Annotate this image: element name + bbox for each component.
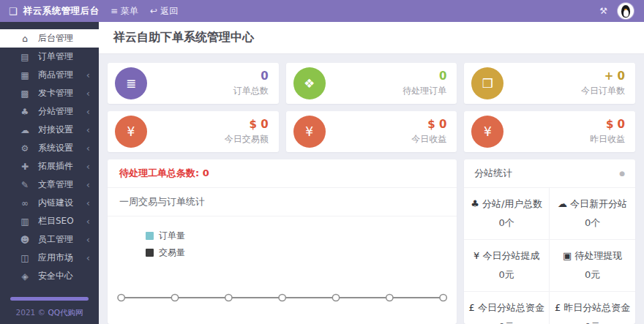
yen-icon: ¥ xyxy=(473,250,479,261)
sidebar-item-plugins[interactable]: ✚ 拓展插件 ‹ xyxy=(0,157,99,176)
stat-value: $ 0 xyxy=(411,118,446,132)
sidebar-item-goods[interactable]: ▦ 商品管理 ‹ xyxy=(0,66,99,84)
cell-value: 0个 xyxy=(467,216,546,230)
sidebar-item-innerlinks[interactable]: ∞ 内链建设 ‹ xyxy=(0,194,99,212)
chart-point xyxy=(332,295,339,301)
chart-point xyxy=(386,295,393,301)
inner-link-icon: ∞ xyxy=(19,198,31,208)
orders-swatch-icon xyxy=(146,232,154,240)
chart-point xyxy=(279,295,285,301)
substation-cell-yesterday-funds: £昨日分站总资金 0元 xyxy=(550,292,635,324)
content-grid: ≣ 0 订单总数 ❖ 0 待处理订单 ❒ + 0 今日订单数 ¥ $ 0 xyxy=(99,54,644,324)
substation-cell-today-commission: ¥今日分站提成 0元 xyxy=(464,240,550,292)
cell-value: 0个 xyxy=(553,216,632,230)
menu-button[interactable]: ≡ 菜单 xyxy=(111,5,138,18)
home-icon: ⌂ xyxy=(19,34,31,44)
gear-icon: ⚙ xyxy=(19,143,31,154)
stat-card-yesterday-profit: ¥ $ 0 昨日收益 xyxy=(464,111,635,152)
staff-icon: ☻ xyxy=(19,235,31,245)
sidebar-item-appmarket[interactable]: ◫ 应用市场 ‹ xyxy=(0,249,99,267)
stat-value: $ 0 xyxy=(590,118,625,132)
sidebar-item-settings[interactable]: ⚙ 系统设置 ‹ xyxy=(0,139,99,157)
back-button[interactable]: ↩ 返回 xyxy=(150,5,178,18)
substation-cell-today-funds: £今日分站总资金 0元 xyxy=(464,292,550,324)
pound-icon: £ xyxy=(555,302,561,313)
stat-value: + 0 xyxy=(581,69,625,84)
sidebar-item-substation[interactable]: ♣ 分站管理 ‹ xyxy=(0,102,99,121)
cloud-icon: ☁ xyxy=(558,198,567,209)
chevron-left-icon: ‹ xyxy=(86,70,90,80)
chevron-left-icon: ‹ xyxy=(86,253,90,263)
yen-icon: ¥ xyxy=(471,116,503,148)
chevron-left-icon: ‹ xyxy=(86,107,90,116)
sidebar-item-cards[interactable]: ▩ 发卡管理 ‹ xyxy=(0,84,99,102)
substation-cell-total-users: ♣分站/用户总数 0个 xyxy=(464,188,550,240)
chart-title: 一周交易与订单统计 xyxy=(108,188,457,216)
order-list-icon: ▤ xyxy=(19,52,31,62)
more-dot-icon[interactable]: ● xyxy=(619,170,625,177)
substation-stats-panel: 分站统计 ● ♣分站/用户总数 0个 ☁今日新开分站 0个 ¥今日分站提成 0元… xyxy=(464,159,635,324)
user-avatar[interactable] xyxy=(618,3,634,19)
money-bill-icon: ▣ xyxy=(563,250,572,261)
stat-card-today-orders: ❒ + 0 今日订单数 xyxy=(464,63,635,104)
brand: ❑ 祥云系统管理后台 xyxy=(0,5,99,18)
stat-value: $ 0 xyxy=(225,118,269,132)
topbar-right: ⚒ xyxy=(599,3,644,19)
cell-value: 0元 xyxy=(467,320,546,324)
substation-cell-pending-withdraw: ▣待处理提现 0元 xyxy=(550,240,635,292)
stat-card-total-orders: ≣ 0 订单总数 xyxy=(108,63,279,104)
weekly-stats-panel: 待处理工单总条数: 0 一周交易与订单统计 订单量 交易量 xyxy=(108,159,457,324)
substation-cell-new-today: ☁今日新开分站 0个 xyxy=(550,188,635,240)
weekly-chart-svg[interactable] xyxy=(108,245,457,324)
topbar: ❑ 祥云系统管理后台 ≡ 菜单 ↩ 返回 ⚒ xyxy=(0,0,644,22)
site-link[interactable]: QQ代购网 xyxy=(48,308,83,317)
goods-icon: ▦ xyxy=(19,70,31,80)
stat-value: 0 xyxy=(402,69,446,84)
cell-value: 0元 xyxy=(553,320,632,324)
pound-icon: £ xyxy=(469,302,475,313)
chevron-left-icon: ‹ xyxy=(86,216,90,226)
chart-point xyxy=(225,295,232,301)
sitemap-icon: ♣ xyxy=(19,107,31,117)
sidebar-progress-bar xyxy=(10,297,89,301)
sidebar-item-staff[interactable]: ☻ 员工管理 ‹ xyxy=(0,230,99,249)
sidebar: ⌂ 后台管理 ▤ 订单管理 ▦ 商品管理 ‹ ▩ 发卡管理 ‹ ♣ 分站管理 ‹… xyxy=(0,22,99,324)
app-title: 祥云系统管理后台 xyxy=(23,5,100,18)
sidebar-footer: 2021 © QQ代购网 xyxy=(0,297,99,324)
cell-value: 0元 xyxy=(553,268,632,282)
substation-header: 分站统计 ● xyxy=(464,159,635,188)
article-icon: ✎ xyxy=(19,180,31,190)
stat-label: 待处理订单 xyxy=(402,85,446,97)
sidebar-item-dashboard[interactable]: ⌂ 后台管理 xyxy=(0,29,99,48)
menu-icon: ≡ xyxy=(111,6,118,16)
chevron-left-icon: ‹ xyxy=(86,143,90,153)
legend-orders[interactable]: 订单量 xyxy=(146,230,185,242)
sidebar-item-security[interactable]: ◈ 安全中心 xyxy=(0,267,99,285)
plugin-icon: ✚ xyxy=(19,162,31,172)
logo-box-icon: ❑ xyxy=(9,6,18,17)
briefcase-icon: ❒ xyxy=(471,67,503,99)
chevron-left-icon: ‹ xyxy=(86,162,90,171)
app-market-icon: ◫ xyxy=(19,253,31,263)
sidebar-item-articles[interactable]: ✎ 文章管理 ‹ xyxy=(0,176,99,194)
chevron-left-icon: ‹ xyxy=(86,235,90,244)
sidebar-item-orders[interactable]: ▤ 订单管理 xyxy=(0,48,99,66)
back-label: 返回 xyxy=(160,5,178,18)
chart-point xyxy=(118,295,124,301)
sidebar-item-api[interactable]: ☁ 对接设置 ‹ xyxy=(0,121,99,139)
menu-label: 菜单 xyxy=(121,5,138,18)
chevron-left-icon: ‹ xyxy=(86,125,90,135)
pending-tickets-notice: 待处理工单总条数: 0 xyxy=(108,159,457,188)
yen-icon: ¥ xyxy=(115,116,147,148)
cloud-link-icon: ☁ xyxy=(19,125,31,135)
stat-label: 今日订单数 xyxy=(581,85,625,97)
wrench-icon[interactable]: ⚒ xyxy=(599,6,607,16)
chart-point xyxy=(440,295,446,301)
stat-value: 0 xyxy=(233,69,269,84)
page-title: 祥云自助下单系统管理中心 xyxy=(113,30,254,45)
stat-card-today-volume: ¥ $ 0 今日交易额 xyxy=(108,111,279,152)
stat-label: 昨日收益 xyxy=(590,133,625,146)
seo-list-icon: ▥ xyxy=(19,216,31,227)
substation-title: 分站统计 xyxy=(474,167,512,180)
sidebar-item-seo[interactable]: ▥ 栏目SEO ‹ xyxy=(0,212,99,230)
